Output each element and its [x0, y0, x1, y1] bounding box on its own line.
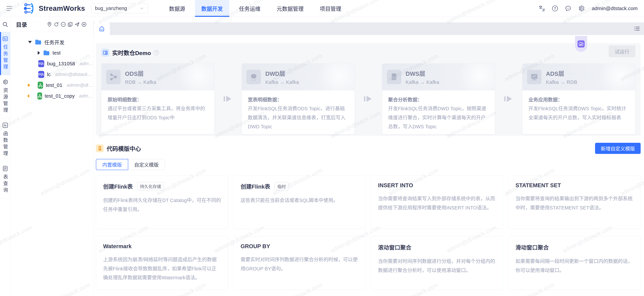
demo-section-icon — [102, 49, 109, 57]
tree-folder-row[interactable]: 任务开发 — [10, 37, 93, 48]
project-select-value: bug_yanzheng — [95, 6, 127, 11]
demo-card-ods[interactable]: ODS层 RDB → Kafka 原始明细数据： 通过平台或者第三方采集工具，将… — [102, 64, 214, 134]
unsaved-dot — [28, 95, 30, 97]
demo-help-icon[interactable]: ? — [154, 50, 159, 55]
demo-card-dwd[interactable]: DWD层 Kafka → Kafka 宽表明细数据： 开发FlinkSQL任务消… — [242, 64, 354, 134]
tree-task-row[interactable]: test_01_copy admin@... — [10, 91, 93, 101]
database-icon — [387, 70, 401, 84]
share-nodes-icon — [106, 70, 120, 84]
folder-icon — [43, 50, 50, 56]
more-ellipsis-icon[interactable] — [60, 22, 66, 27]
catalog-header: 目录 — [10, 17, 93, 32]
document-icon — [2, 165, 8, 172]
tab-builtin-templates[interactable]: 内置模版 — [96, 159, 128, 170]
template-tabs: 内置模版 自定义模版 — [96, 159, 644, 170]
tree-task-row[interactable]: SQL lc admin@dtstack.com... — [10, 69, 93, 80]
hide-console-widget[interactable] — [575, 36, 587, 52]
template-section-title: 代码模版中心 — [107, 144, 141, 153]
template-badge: 临时 — [274, 182, 289, 190]
home-icon — [98, 26, 105, 32]
flow-arrow-icon — [504, 94, 513, 104]
add-custom-template-button[interactable]: 新增自定义模版 — [595, 143, 641, 154]
brand-name: StreamWorks — [39, 4, 85, 13]
svg-text:?: ? — [554, 7, 556, 10]
flow-task-icon — [37, 92, 42, 100]
gear-icon — [2, 79, 8, 85]
publish-send-icon[interactable] — [74, 22, 80, 27]
left-rail: 任务管理 资源管理 fx 函数管理 表查询 — [0, 17, 10, 296]
rail-tab-resource-management[interactable]: 资源管理 — [0, 75, 10, 119]
nav-datasource[interactable]: 数据源 — [163, 0, 192, 17]
task-board-icon — [2, 36, 8, 42]
menu-toggle-icon[interactable] — [6, 5, 13, 12]
template-center-header: 代码模版中心 新增自定义模版 — [96, 143, 641, 154]
flow-task-icon — [38, 82, 43, 89]
window-eye-slash-icon — [578, 41, 584, 48]
brand-logo: StreamWorks — [24, 2, 85, 15]
nav-metadata[interactable]: 元数据管理 — [270, 0, 310, 17]
template-section-icon — [96, 144, 104, 152]
help-icon[interactable]: ? — [552, 5, 558, 12]
feedback-chat-icon[interactable] — [564, 5, 572, 12]
monitor-chart-icon — [527, 70, 542, 84]
add-plus-icon[interactable] — [81, 22, 87, 27]
top-bar: StreamWorks bug_yanzheng 数据源 数据开发 任务运维 元… — [0, 0, 644, 17]
demo-card-ads[interactable]: ADS层 Kafka → RDB 业务应用数据： 开发FlinkSQL任务消费D… — [522, 64, 635, 134]
sql-task-icon: SQL — [38, 60, 44, 67]
nav-project-mgmt[interactable]: 项目管理 — [314, 0, 348, 17]
tree-folder-row[interactable]: test — [10, 48, 93, 58]
tree-task-row[interactable]: test_01 admin@dtstac... — [10, 80, 93, 91]
tab-custom-templates[interactable]: 自定义模版 — [128, 159, 165, 170]
tab-list-icon[interactable] — [634, 26, 640, 32]
top-right-tools: ? admin@dtstack.com — [538, 5, 638, 12]
data-pot-icon — [246, 70, 261, 84]
catalog-title: 目录 — [16, 20, 27, 29]
search-icon[interactable] — [0, 17, 10, 32]
template-card[interactable]: STATEMENT SET 当你需要将查询的结果输出到下游的两到多个外部系统中时… — [508, 175, 641, 229]
top-nav: 数据源 数据开发 任务运维 元数据管理 项目管理 — [161, 0, 350, 17]
chevron-down-icon — [140, 6, 144, 11]
rail-tab-table-query[interactable]: 表查询 — [0, 162, 10, 198]
trial-run-button[interactable]: 试运行 — [609, 46, 636, 57]
unsaved-dot — [28, 84, 30, 87]
template-badge: 持久化存储 — [137, 182, 164, 190]
template-grid: 创建Flink表 持久化存储 创建的Flink表持久化存储在DT Catalog… — [96, 175, 641, 296]
settings-gear-icon[interactable] — [578, 5, 585, 12]
language-switch-icon[interactable] — [538, 5, 546, 12]
main-area: 实时数仓Demo ? 试运行 ODS层 — [94, 17, 644, 296]
locate-pin-icon[interactable] — [47, 22, 52, 27]
flow-label: RDB → Kafka — [125, 80, 156, 85]
catalog-tree: 任务开发 test SQL bug_131058 admin@d... SQL … — [10, 32, 93, 101]
template-card[interactable]: 创建Flink表 临时 这些表只能在当前会话或者SQL脚本中使用。 — [233, 175, 366, 229]
refresh-icon[interactable] — [54, 22, 59, 27]
demo-cards-row: ODS层 RDB → Kafka 原始明细数据： 通过平台或者第三方采集工具，将… — [96, 57, 641, 134]
streamworks-logo-icon — [24, 2, 36, 15]
caret-right-icon[interactable] — [38, 51, 40, 55]
template-card[interactable]: GROUP BY 需要实时对时间序列数据进行聚合分析的时候，可以使用GROUP … — [233, 236, 366, 290]
flow-label: Kafka → Kafka — [265, 80, 299, 85]
rail-tab-function-management[interactable]: fx 函数管理 — [0, 119, 10, 162]
project-select[interactable]: bug_yanzheng — [91, 4, 148, 13]
folder-icon — [35, 39, 42, 46]
home-tab[interactable] — [94, 22, 110, 35]
editor-tab-strip — [94, 22, 644, 35]
catalog-panel: 目录 — [10, 17, 94, 296]
flow-arrow-icon — [223, 94, 233, 104]
nav-task-ops[interactable]: 任务运维 — [233, 0, 267, 17]
tree-task-row[interactable]: SQL bug_131058 admin@d... — [10, 58, 93, 69]
template-card[interactable]: INSERT INTO 当你需要将查询结果写入到外部存储系统中的表，从而提供给下… — [371, 175, 503, 229]
caret-down-icon[interactable] — [28, 41, 32, 43]
nav-data-develop[interactable]: 数据开发 — [195, 0, 229, 17]
demo-card-dws[interactable]: DWS层 Kafka → Kafka 聚合分析数据： 开发FlinkSQL任务消… — [382, 64, 495, 134]
copy-check-icon[interactable] — [68, 22, 73, 27]
flow-label: Kafka → Kafka — [406, 80, 439, 85]
realtime-warehouse-demo-panel: 实时数仓Demo ? 试运行 ODS层 — [96, 43, 641, 136]
demo-section-title: 实时数仓Demo — [112, 49, 151, 57]
svg-text:fx: fx — [4, 124, 6, 127]
template-card[interactable]: 滚动窗口聚合 当你需要对时间序列数据进行分组，并对每个分组内的数据进行聚合分析时… — [371, 236, 503, 290]
template-card[interactable]: 创建Flink表 持久化存储 创建的Flink表持久化存储在DT Catalog… — [96, 175, 228, 229]
rail-tab-task-management[interactable]: 任务管理 — [0, 32, 10, 75]
template-card[interactable]: 滑动窗口聚合 如果需要每间隔一段时间更新一个窗口内的数据的话，你可以使用滑动窗口… — [508, 236, 641, 290]
user-email[interactable]: admin@dtstack.com — [592, 6, 638, 11]
template-card[interactable]: Watermark 上游系统因为崩溃/网络延时等问题造成后产生的数据先被Flin… — [96, 236, 228, 290]
